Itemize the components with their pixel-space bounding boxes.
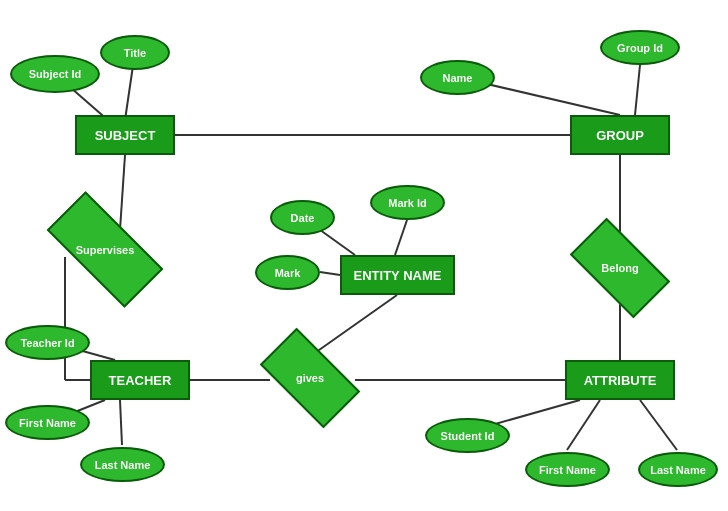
first-name-teacher-attr: First Name bbox=[5, 405, 90, 440]
title-attr: Title bbox=[100, 35, 170, 70]
svg-line-21 bbox=[312, 295, 397, 355]
teacher-id-attr: Teacher Id bbox=[5, 325, 90, 360]
first-name-student-attr: First Name bbox=[525, 452, 610, 487]
entity-name-entity: ENTITY NAME bbox=[340, 255, 455, 295]
date-attr: Date bbox=[270, 200, 335, 235]
svg-line-12 bbox=[640, 400, 677, 450]
subject-entity: SUBJECT bbox=[75, 115, 175, 155]
teacher-entity: TEACHER bbox=[90, 360, 190, 400]
svg-line-11 bbox=[567, 400, 600, 450]
svg-line-5 bbox=[395, 220, 407, 255]
attribute-entity: ATTRIBUTE bbox=[565, 360, 675, 400]
group-id-attr: Group Id bbox=[600, 30, 680, 65]
svg-line-9 bbox=[120, 400, 122, 445]
mark-id-attr: Mark Id bbox=[370, 185, 445, 220]
svg-line-6 bbox=[320, 272, 340, 275]
group-entity: GROUP bbox=[570, 115, 670, 155]
student-id-attr: Student Id bbox=[425, 418, 510, 453]
subject-id-attr: Subject Id bbox=[10, 55, 100, 93]
gives-relationship: gives bbox=[265, 352, 355, 404]
mark-attr: Mark bbox=[255, 255, 320, 290]
belong-relationship: Belong bbox=[575, 242, 665, 294]
last-name-student-attr: Last Name bbox=[638, 452, 718, 487]
supervises-relationship: Supervises bbox=[50, 222, 160, 277]
last-name-teacher-attr: Last Name bbox=[80, 447, 165, 482]
er-diagram: SUBJECT GROUP ENTITY NAME TEACHER ATTRIB… bbox=[0, 0, 728, 511]
svg-line-3 bbox=[635, 65, 640, 115]
name-attr: Name bbox=[420, 60, 495, 95]
svg-line-13 bbox=[120, 155, 125, 230]
